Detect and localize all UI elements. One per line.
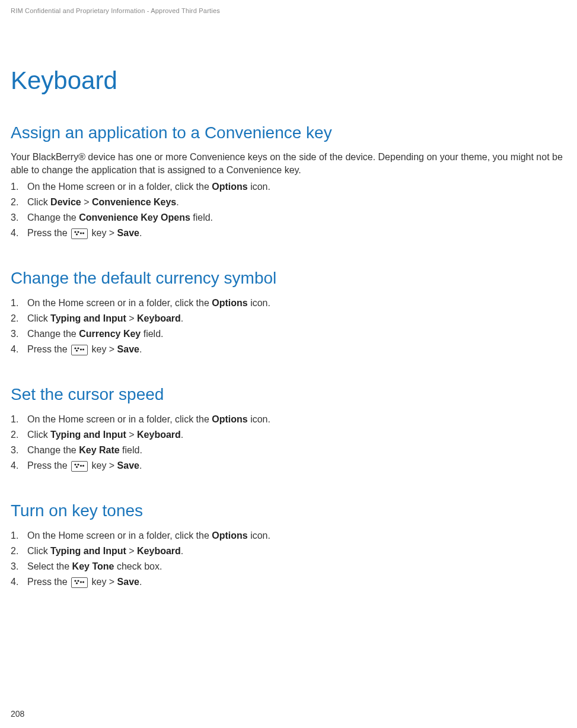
step-text: icon. bbox=[248, 414, 270, 424]
step-item: Press the key > Save. bbox=[11, 575, 571, 589]
page-title: Keyboard bbox=[11, 66, 571, 95]
section: Turn on key tonesOn the Home screen or i… bbox=[11, 501, 571, 589]
step-bold: Save bbox=[117, 460, 139, 471]
svg-point-2 bbox=[76, 233, 78, 235]
menu-key-icon bbox=[71, 228, 88, 239]
step-text: key > bbox=[89, 344, 117, 354]
page-number: 208 bbox=[11, 709, 24, 719]
section: Assign an application to a Convenience k… bbox=[11, 123, 571, 240]
step-bold: Keyboard bbox=[137, 430, 181, 440]
step-bold: Device bbox=[50, 197, 81, 207]
step-text: . bbox=[181, 546, 183, 556]
svg-point-14 bbox=[82, 465, 84, 466]
steps-list: On the Home screen or in a folder, click… bbox=[11, 529, 571, 589]
step-text: . bbox=[139, 344, 142, 354]
svg-point-16 bbox=[77, 580, 79, 581]
step-text: key > bbox=[89, 460, 117, 471]
step-text: icon. bbox=[248, 182, 270, 192]
step-text: On the Home screen or in a folder, click… bbox=[27, 182, 212, 192]
section-heading: Turn on key tones bbox=[11, 501, 571, 520]
step-item: Select the Key Tone check box. bbox=[11, 559, 571, 574]
step-text: On the Home screen or in a folder, click… bbox=[27, 298, 212, 308]
confidential-header: RIM Confidential and Proprietary Informa… bbox=[11, 7, 571, 14]
step-item: Change the Key Rate field. bbox=[11, 443, 571, 457]
steps-list: On the Home screen or in a folder, click… bbox=[11, 412, 571, 473]
step-text: Select the bbox=[27, 561, 72, 571]
steps-list: On the Home screen or in a folder, click… bbox=[11, 296, 571, 357]
step-text: field. bbox=[141, 329, 163, 339]
svg-point-17 bbox=[76, 582, 78, 584]
step-text: > bbox=[126, 430, 137, 440]
section: Change the default currency symbolOn the… bbox=[11, 269, 571, 357]
step-text: . bbox=[139, 460, 142, 471]
step-text: Change the bbox=[27, 329, 79, 339]
svg-point-3 bbox=[80, 232, 82, 234]
menu-key-icon bbox=[71, 577, 88, 588]
step-bold: Options bbox=[212, 530, 247, 541]
step-item: Click Device > Convenience Keys. bbox=[11, 195, 571, 209]
step-item: On the Home screen or in a folder, click… bbox=[11, 180, 571, 194]
step-text: Press the bbox=[27, 228, 70, 238]
step-item: Click Typing and Input > Keyboard. bbox=[11, 428, 571, 442]
svg-point-9 bbox=[82, 348, 84, 350]
step-text: . bbox=[176, 197, 178, 207]
step-item: Change the Currency Key field. bbox=[11, 327, 571, 341]
step-text: . bbox=[139, 228, 142, 238]
step-bold: Save bbox=[117, 577, 139, 587]
step-bold: Convenience Key Opens bbox=[79, 212, 190, 222]
step-bold: Typing and Input bbox=[50, 313, 126, 323]
step-text: . bbox=[181, 313, 183, 323]
section-heading: Change the default currency symbol bbox=[11, 269, 571, 288]
svg-point-1 bbox=[77, 231, 79, 233]
menu-key-icon bbox=[71, 461, 88, 472]
svg-point-6 bbox=[77, 347, 79, 349]
svg-point-8 bbox=[80, 348, 82, 350]
step-item: Press the key > Save. bbox=[11, 226, 571, 240]
step-bold: Key Rate bbox=[79, 445, 119, 455]
svg-point-15 bbox=[74, 580, 76, 581]
step-text: . bbox=[181, 430, 183, 440]
step-text: > bbox=[81, 197, 92, 207]
step-bold: Currency Key bbox=[79, 329, 141, 339]
section-heading: Set the cursor speed bbox=[11, 385, 571, 404]
section-heading: Assign an application to a Convenience k… bbox=[11, 123, 571, 142]
step-item: Press the key > Save. bbox=[11, 342, 571, 357]
step-text: key > bbox=[89, 228, 117, 238]
step-text: Press the bbox=[27, 344, 70, 354]
step-item: On the Home screen or in a folder, click… bbox=[11, 296, 571, 310]
step-bold: Typing and Input bbox=[50, 430, 126, 440]
svg-point-0 bbox=[74, 231, 76, 233]
menu-key-icon bbox=[71, 345, 88, 355]
step-bold: Options bbox=[212, 298, 247, 308]
step-item: Click Typing and Input > Keyboard. bbox=[11, 311, 571, 326]
steps-list: On the Home screen or in a folder, click… bbox=[11, 180, 571, 240]
step-text: Change the bbox=[27, 212, 79, 222]
svg-point-18 bbox=[80, 581, 82, 583]
svg-point-4 bbox=[82, 232, 84, 234]
svg-point-7 bbox=[76, 349, 78, 351]
step-text: . bbox=[139, 577, 142, 587]
step-bold: Key Tone bbox=[72, 561, 114, 571]
section-intro: Your BlackBerry® device has one or more … bbox=[11, 151, 571, 176]
step-bold: Options bbox=[212, 414, 247, 424]
svg-point-5 bbox=[74, 347, 76, 349]
step-bold: Typing and Input bbox=[50, 546, 126, 556]
step-text: key > bbox=[89, 577, 117, 587]
step-item: Change the Convenience Key Opens field. bbox=[11, 211, 571, 225]
step-bold: Save bbox=[117, 344, 139, 354]
step-text: Click bbox=[27, 313, 50, 323]
step-text: On the Home screen or in a folder, click… bbox=[27, 530, 212, 541]
step-item: On the Home screen or in a folder, click… bbox=[11, 529, 571, 543]
step-text: Click bbox=[27, 197, 50, 207]
svg-point-19 bbox=[82, 581, 84, 583]
step-text: icon. bbox=[248, 530, 270, 541]
step-text: icon. bbox=[248, 298, 270, 308]
step-bold: Options bbox=[212, 182, 247, 192]
step-item: Click Typing and Input > Keyboard. bbox=[11, 544, 571, 558]
step-text: On the Home screen or in a folder, click… bbox=[27, 414, 212, 424]
svg-point-13 bbox=[80, 465, 82, 466]
step-text: Press the bbox=[27, 577, 70, 587]
step-bold: Keyboard bbox=[137, 546, 181, 556]
step-text: Click bbox=[27, 430, 50, 440]
step-text: Press the bbox=[27, 460, 70, 471]
